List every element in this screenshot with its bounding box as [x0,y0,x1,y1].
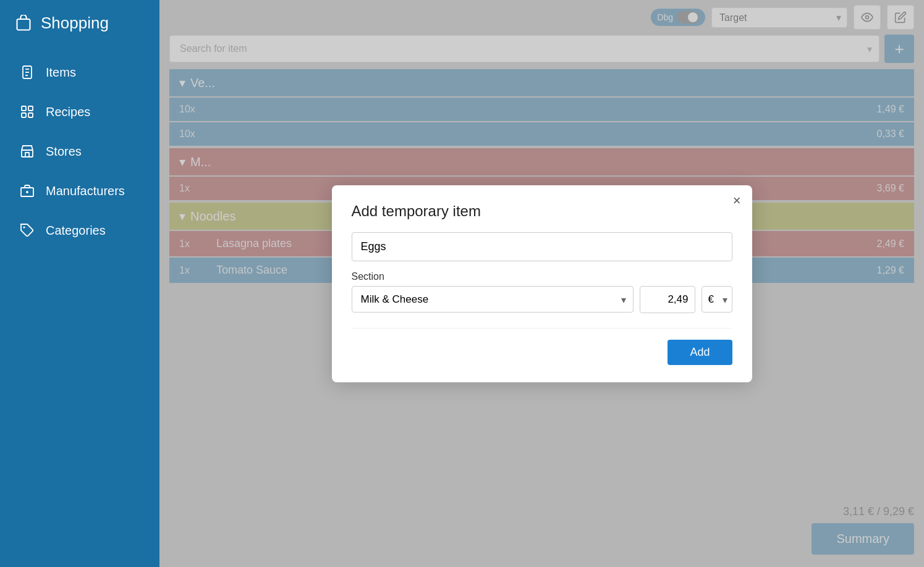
main-content: Dbg Target + ▾ [159,0,924,567]
shopping-icon [15,15,32,32]
section-label: Section [352,271,732,282]
svg-point-14 [23,227,25,229]
price-input[interactable] [640,286,695,313]
stores-icon [20,144,35,159]
svg-rect-10 [25,153,29,157]
item-name-input[interactable] [352,232,732,261]
svg-rect-0 [17,19,30,30]
add-temporary-item-modal: Add temporary item × Section Milk & Chee… [332,185,752,382]
currency-select[interactable]: € $ £ [701,286,732,313]
sidebar-nav: Items Recipes Stores [0,52,159,250]
modal-overlay: Add temporary item × Section Milk & Chee… [159,0,924,567]
section-select[interactable]: Milk & Cheese Vegetables Meat Noodles Be… [352,286,634,313]
categories-icon [20,223,35,238]
modal-section-row: Milk & Cheese Vegetables Meat Noodles Be… [352,286,732,313]
modal-add-button[interactable]: Add [668,340,732,365]
modal-close-button[interactable]: × [733,194,741,208]
sidebar-item-manufacturers[interactable]: Manufacturers [5,172,155,209]
svg-rect-8 [28,113,33,117]
modal-footer: Add [352,328,732,365]
svg-rect-7 [22,113,26,117]
sidebar-item-stores[interactable]: Stores [5,133,155,170]
svg-rect-5 [22,106,26,111]
sidebar-item-items[interactable]: Items [5,54,155,91]
manufacturers-icon [20,183,35,198]
sidebar: Shopping Items Recipes [0,0,159,567]
modal-title: Add temporary item [352,203,732,220]
sidebar-item-categories[interactable]: Categories [5,212,155,249]
svg-rect-6 [28,106,33,111]
sidebar-item-recipes[interactable]: Recipes [5,93,155,130]
currency-select-wrapper: € $ £ [701,286,732,313]
items-icon [20,65,35,80]
svg-rect-9 [22,150,33,157]
section-select-wrapper: Milk & Cheese Vegetables Meat Noodles Be… [352,286,634,313]
recipes-icon [20,104,35,119]
app-title: Shopping [0,0,159,46]
